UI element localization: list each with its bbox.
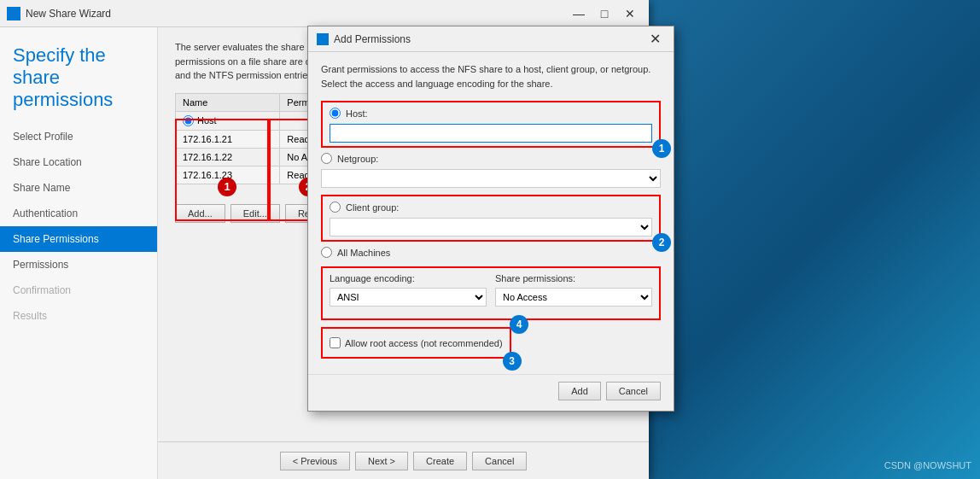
dialog-icon	[317, 33, 329, 45]
sidebar-item-share-permissions[interactable]: Share Permissions	[0, 226, 157, 252]
dialog-body: Grant permissions to access the NFS shar…	[308, 52, 674, 374]
host-section: Host: 1	[321, 101, 661, 148]
sidebar-item-share-location[interactable]: Share Location	[0, 149, 157, 175]
add-permissions-dialog: Add Permissions ✕ Grant permissions to a…	[307, 26, 674, 412]
host-radio[interactable]	[183, 115, 194, 126]
two-col: Language encoding: ANSI UTF-8 Share perm…	[330, 273, 652, 307]
dialog-description: Grant permissions to access the NFS shar…	[321, 62, 661, 91]
col-name: Name	[176, 93, 280, 111]
circle-1: 1	[218, 178, 236, 196]
create-button[interactable]: Create	[413, 452, 467, 470]
all-machines-label: All Machines	[337, 248, 390, 258]
edit-button[interactable]: Edit...	[230, 204, 280, 223]
sidebar-nav: Select Profile Share Location Share Name…	[0, 124, 157, 329]
host-radio-row: Host:	[330, 108, 652, 119]
minimize-button[interactable]: —	[567, 3, 591, 24]
add-button[interactable]: Add...	[175, 204, 225, 223]
host-input[interactable]	[330, 124, 652, 143]
allow-root-section: Allow root access (not recommended) 3	[321, 327, 511, 359]
dialog-btn-row: Add Cancel	[308, 374, 674, 411]
dialog-title: Add Permissions	[334, 33, 645, 45]
encoding-permissions-section: Language encoding: ANSI UTF-8 Share perm…	[321, 266, 661, 320]
client-group-radio[interactable]	[330, 202, 341, 213]
maximize-button[interactable]: □	[592, 3, 616, 24]
sidebar-item-authentication[interactable]: Authentication	[0, 201, 157, 226]
host-radio-input[interactable]	[330, 108, 341, 119]
cell-name: 172.16.1.22	[176, 148, 280, 166]
share-permissions-label: Share permissions:	[495, 273, 652, 283]
client-group-section: Client group: 2	[321, 195, 661, 242]
dialog-circle-3: 3	[503, 352, 522, 371]
allow-root-row: Allow root access (not recommended)	[330, 337, 503, 348]
allow-root-label: Allow root access (not recommended)	[345, 338, 503, 348]
sidebar-item-confirmation: Confirmation	[0, 277, 157, 303]
dialog-title-bar: Add Permissions ✕	[308, 26, 674, 52]
language-select[interactable]: ANSI UTF-8	[330, 288, 487, 307]
host-label: Host:	[346, 108, 368, 119]
sidebar-item-select-profile[interactable]: Select Profile	[0, 124, 157, 149]
language-col: Language encoding: ANSI UTF-8	[330, 273, 487, 307]
dialog-circle-2: 2	[652, 233, 671, 252]
language-label: Language encoding:	[330, 273, 487, 283]
dialog-circle-1: 1	[652, 139, 671, 158]
sidebar-item-results: Results	[0, 303, 157, 329]
netgroup-row: Netgroup:	[321, 153, 661, 188]
sidebar-item-share-name[interactable]: Share Name	[0, 175, 157, 201]
cancel-bottom-button[interactable]: Cancel	[472, 452, 527, 470]
client-group-label: Client group:	[346, 202, 399, 213]
window-title: New Share Wizard	[26, 8, 567, 20]
previous-button[interactable]: < Previous	[280, 452, 350, 470]
netgroup-select[interactable]	[321, 169, 661, 188]
netgroup-radio[interactable]	[321, 153, 332, 164]
netgroup-label: Netgroup:	[337, 154, 378, 164]
sidebar: Specify the share permissions Select Pro…	[0, 27, 158, 479]
allow-root-checkbox[interactable]	[330, 337, 341, 348]
next-button[interactable]: Next >	[355, 452, 408, 470]
all-machines-row: All Machines	[321, 247, 661, 258]
all-machines-radio[interactable]	[321, 247, 332, 258]
sidebar-item-permissions[interactable]: Permissions	[0, 252, 157, 277]
dialog-close-button[interactable]: ✕	[645, 29, 665, 50]
dialog-add-button[interactable]: Add	[558, 382, 601, 400]
cell-name: 172.16.1.21	[176, 130, 280, 148]
dialog-cancel-button[interactable]: Cancel	[606, 382, 661, 400]
share-permissions-select[interactable]: No Access Read Only Read / Write	[495, 288, 652, 307]
bottom-nav: < Previous Next > Create Cancel	[158, 441, 649, 479]
watermark: CSDN @NOWSHUT	[884, 460, 971, 470]
page-title: Specify the share permissions	[0, 27, 157, 124]
window-controls: — □ ✕	[567, 3, 642, 24]
close-button[interactable]: ✕	[618, 3, 642, 24]
dialog-circle-4: 4	[510, 315, 528, 334]
title-bar: New Share Wizard — □ ✕	[0, 0, 649, 27]
share-perm-col: Share permissions: No Access Read Only R…	[495, 273, 652, 307]
window-icon	[7, 7, 20, 20]
client-group-select[interactable]	[330, 218, 652, 237]
cell-name: Host	[176, 111, 280, 130]
